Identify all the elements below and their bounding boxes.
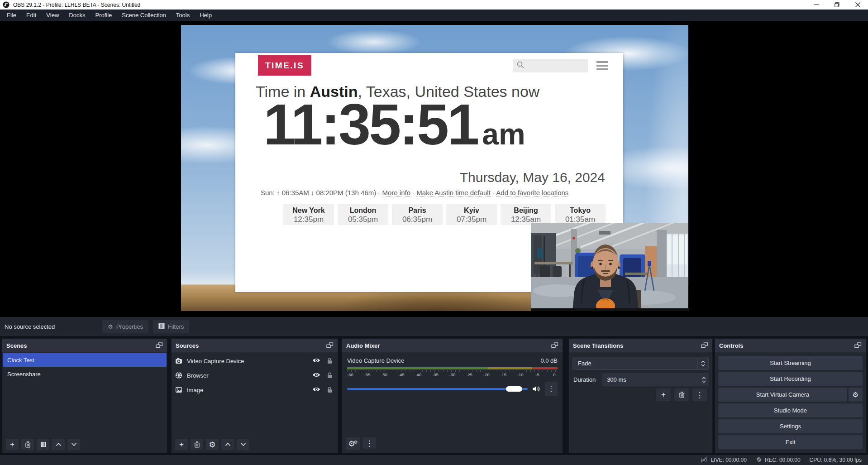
properties-button[interactable]: ⚙ Properties	[102, 320, 148, 333]
mixer-options-button[interactable]: ⋮	[545, 382, 558, 396]
add-source-button[interactable]: +	[175, 439, 188, 450]
city-box-newyork: New York12:35pm	[283, 204, 334, 225]
move-scene-down-button[interactable]	[67, 439, 80, 450]
move-scene-up-button[interactable]	[52, 439, 65, 450]
preview-canvas[interactable]: TIME.IS Time in Austin, Texas, United St…	[181, 25, 688, 311]
camera-icon	[175, 357, 182, 364]
scene-filters-button[interactable]	[37, 439, 49, 450]
transition-select-arrows[interactable]	[697, 357, 708, 369]
dock-area: Scenes Clock Test Screenshare +	[0, 336, 868, 455]
popout-icon[interactable]	[156, 342, 163, 349]
menu-bar: File Edit View Docks Profile Scene Colle…	[0, 10, 868, 21]
source-item-image[interactable]: Image	[172, 384, 338, 396]
record-inactive-icon	[756, 456, 762, 464]
obs-window: OBS 29.1.2 - Profile: LLHLS BETA - Scene…	[0, 0, 868, 465]
start-streaming-button[interactable]: Start Streaming	[718, 356, 863, 370]
add-transition-button[interactable]: +	[656, 388, 671, 401]
search-icon	[516, 61, 525, 71]
selected-source-status: No source selected	[5, 323, 55, 330]
window-title: OBS 29.1.2 - Profile: LLHLS BETA - Scene…	[13, 2, 140, 8]
filter-icon	[158, 323, 165, 331]
add-scene-button[interactable]: +	[6, 439, 19, 450]
lock-icon[interactable]	[327, 372, 333, 379]
transition-select[interactable]: Fade	[572, 357, 709, 370]
rec-status: REC: 00:00:00	[756, 456, 801, 464]
remove-source-button[interactable]	[191, 439, 203, 450]
webcam-video-source[interactable]	[531, 223, 688, 311]
menu-file[interactable]: File	[2, 10, 21, 21]
virtual-camera-settings-button[interactable]: ⚙	[849, 388, 863, 402]
exit-button[interactable]: Exit	[718, 435, 863, 449]
lock-icon[interactable]	[327, 386, 333, 393]
close-button[interactable]	[847, 0, 868, 10]
advanced-audio-button[interactable]: ⚙⚙	[346, 437, 360, 450]
timeis-sun-line: Sun: ↑ 06:35AM ↓ 08:20PM (13h 46m) - Mor…	[261, 189, 609, 197]
clock-digits: 11:35:51	[263, 92, 477, 157]
speaker-icon[interactable]	[532, 385, 541, 393]
filters-button[interactable]: Filters	[153, 320, 189, 333]
status-bar: LIVE: 00:00:00 REC: 00:00:00 CPU: 0.6%, …	[0, 455, 868, 465]
mixer-menu-button[interactable]: ⋮	[363, 437, 376, 449]
timeis-clock: 11:35:51am	[263, 91, 525, 158]
volume-meter	[347, 367, 558, 369]
volume-slider-handle[interactable]	[506, 386, 522, 392]
source-properties-button[interactable]: ⚙	[206, 439, 219, 450]
menu-edit[interactable]: Edit	[21, 10, 41, 21]
duration-input[interactable]: 300 ms	[602, 373, 709, 386]
scene-item-clock-test[interactable]: Clock Test	[3, 353, 167, 367]
move-source-down-button[interactable]	[237, 439, 249, 450]
meter-tick-labels: -60-55-50-45-40-35-30-25-20-15-10-50	[345, 372, 560, 377]
sources-panel-header: Sources	[172, 339, 338, 352]
popout-icon[interactable]	[551, 342, 558, 349]
preview-area: TIME.IS Time in Austin, Texas, United St…	[0, 21, 868, 317]
timeis-date: Thursday, May 16, 2024	[460, 170, 605, 185]
scene-transitions-panel-header: Scene Transitions	[569, 339, 712, 352]
settings-button[interactable]: Settings	[718, 419, 863, 433]
audio-mixer-panel-header: Audio Mixer	[342, 339, 563, 352]
popout-icon[interactable]	[854, 342, 862, 349]
city-box-london: London05:35pm	[338, 204, 388, 225]
visibility-eye-icon[interactable]	[312, 357, 320, 364]
duration-stepper[interactable]	[699, 377, 709, 383]
restore-button[interactable]	[826, 0, 847, 10]
stream-inactive-icon	[700, 456, 708, 464]
title-bar: OBS 29.1.2 - Profile: LLHLS BETA - Scene…	[0, 0, 868, 10]
source-item-browser[interactable]: Browser	[172, 369, 338, 381]
lock-icon[interactable]	[327, 357, 333, 364]
studio-mode-button[interactable]: Studio Mode	[718, 403, 863, 417]
add-favorite-link: Add to favorite locations	[496, 189, 568, 197]
hamburger-menu-icon	[596, 61, 608, 70]
selected-source-bar: No source selected ⚙ Properties Filters	[0, 317, 868, 336]
popout-icon[interactable]	[326, 342, 334, 349]
menu-profile[interactable]: Profile	[90, 10, 117, 21]
clock-ampm: am	[482, 117, 525, 151]
city-box-kyiv: Kyiv07:35pm	[446, 204, 497, 225]
menu-tools[interactable]: Tools	[171, 10, 195, 21]
menu-help[interactable]: Help	[195, 10, 217, 21]
menu-view[interactable]: View	[41, 10, 64, 21]
remove-transition-button[interactable]	[674, 388, 689, 401]
globe-icon	[175, 372, 182, 379]
transition-properties-button[interactable]: ⋮	[692, 388, 707, 401]
source-item-video-capture[interactable]: Video Capture Device	[172, 355, 338, 367]
sources-panel: Sources Video Capture Device	[171, 338, 338, 453]
make-default-link: Make Austin time default	[416, 189, 490, 197]
visibility-eye-icon[interactable]	[312, 386, 320, 393]
timeis-logo: TIME.IS	[258, 55, 311, 76]
scene-item-screenshare[interactable]: Screenshare	[3, 367, 167, 381]
move-source-up-button[interactable]	[221, 439, 234, 450]
menu-scene-collection[interactable]: Scene Collection	[117, 10, 171, 21]
city-box-beijing: Beijing12:35am	[501, 204, 551, 225]
start-recording-button[interactable]: Start Recording	[718, 372, 863, 386]
audio-mixer-panel: Audio Mixer Video Capture Device 0.0 dB …	[342, 338, 563, 453]
volume-slider[interactable]	[347, 386, 528, 392]
mixer-db-value: 0.0 dB	[540, 357, 558, 364]
timeis-search-box	[513, 59, 588, 72]
menu-docks[interactable]: Docks	[64, 10, 90, 21]
popout-icon[interactable]	[701, 342, 708, 349]
minimize-button[interactable]	[806, 0, 826, 10]
mixer-channel-name: Video Capture Device	[347, 357, 404, 364]
visibility-eye-icon[interactable]	[312, 372, 320, 379]
remove-scene-button[interactable]	[21, 439, 34, 450]
start-virtual-camera-button[interactable]: Start Virtual Camera	[718, 388, 847, 402]
